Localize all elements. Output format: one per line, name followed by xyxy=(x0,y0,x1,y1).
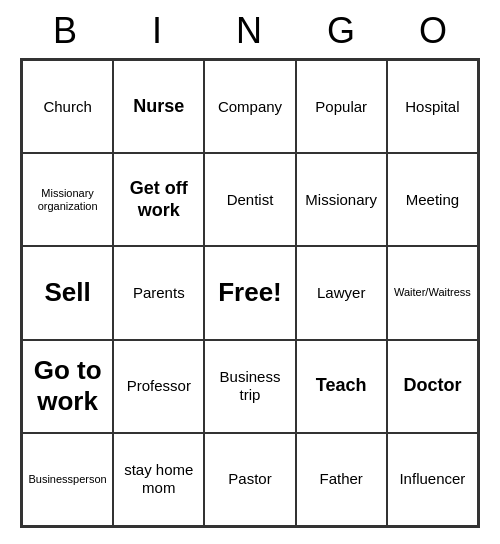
bingo-letter-B: B xyxy=(22,10,110,52)
bingo-cell-21: stay home mom xyxy=(113,433,204,526)
bingo-cell-24: Influencer xyxy=(387,433,478,526)
bingo-letter-N: N xyxy=(206,10,294,52)
cell-text-22: Pastor xyxy=(228,470,271,488)
cell-text-20: Businessperson xyxy=(28,473,106,486)
bingo-cell-10: Sell xyxy=(22,246,113,339)
cell-text-23: Father xyxy=(320,470,363,488)
cell-text-13: Lawyer xyxy=(317,284,365,302)
cell-text-10: Sell xyxy=(44,277,90,308)
bingo-cell-4: Hospital xyxy=(387,60,478,153)
cell-text-16: Professor xyxy=(127,377,191,395)
bingo-cell-1: Nurse xyxy=(113,60,204,153)
bingo-cell-7: Dentist xyxy=(204,153,295,246)
cell-text-3: Popular xyxy=(315,98,367,116)
bingo-cell-14: Waiter/Waitress xyxy=(387,246,478,339)
bingo-cell-18: Teach xyxy=(296,340,387,433)
bingo-cell-6: Get off work xyxy=(113,153,204,246)
cell-text-5: Missionary organization xyxy=(27,187,108,213)
bingo-cell-23: Father xyxy=(296,433,387,526)
bingo-cell-9: Meeting xyxy=(387,153,478,246)
cell-text-8: Missionary xyxy=(305,191,377,209)
cell-text-7: Dentist xyxy=(227,191,274,209)
cell-text-17: Business trip xyxy=(209,368,290,404)
bingo-cell-5: Missionary organization xyxy=(22,153,113,246)
bingo-letter-O: O xyxy=(390,10,478,52)
bingo-cell-2: Company xyxy=(204,60,295,153)
cell-text-11: Parents xyxy=(133,284,185,302)
bingo-grid: ChurchNurseCompanyPopularHospitalMission… xyxy=(20,58,480,528)
bingo-cell-17: Business trip xyxy=(204,340,295,433)
bingo-cell-3: Popular xyxy=(296,60,387,153)
bingo-cell-19: Doctor xyxy=(387,340,478,433)
cell-text-2: Company xyxy=(218,98,282,116)
cell-text-21: stay home mom xyxy=(118,461,199,497)
bingo-cell-12: Free! xyxy=(204,246,295,339)
cell-text-1: Nurse xyxy=(133,96,184,118)
bingo-header: BINGO xyxy=(20,0,480,58)
cell-text-0: Church xyxy=(43,98,91,116)
bingo-letter-I: I xyxy=(114,10,202,52)
bingo-cell-16: Professor xyxy=(113,340,204,433)
bingo-cell-22: Pastor xyxy=(204,433,295,526)
bingo-cell-8: Missionary xyxy=(296,153,387,246)
cell-text-4: Hospital xyxy=(405,98,459,116)
cell-text-14: Waiter/Waitress xyxy=(394,286,471,299)
bingo-cell-15: Go to work xyxy=(22,340,113,433)
bingo-cell-0: Church xyxy=(22,60,113,153)
cell-text-19: Doctor xyxy=(403,375,461,397)
bingo-cell-13: Lawyer xyxy=(296,246,387,339)
bingo-cell-11: Parents xyxy=(113,246,204,339)
cell-text-9: Meeting xyxy=(406,191,459,209)
cell-text-24: Influencer xyxy=(399,470,465,488)
cell-text-18: Teach xyxy=(316,375,367,397)
bingo-letter-G: G xyxy=(298,10,386,52)
cell-text-12: Free! xyxy=(218,277,282,308)
bingo-cell-20: Businessperson xyxy=(22,433,113,526)
cell-text-6: Get off work xyxy=(118,178,199,221)
cell-text-15: Go to work xyxy=(27,355,108,417)
